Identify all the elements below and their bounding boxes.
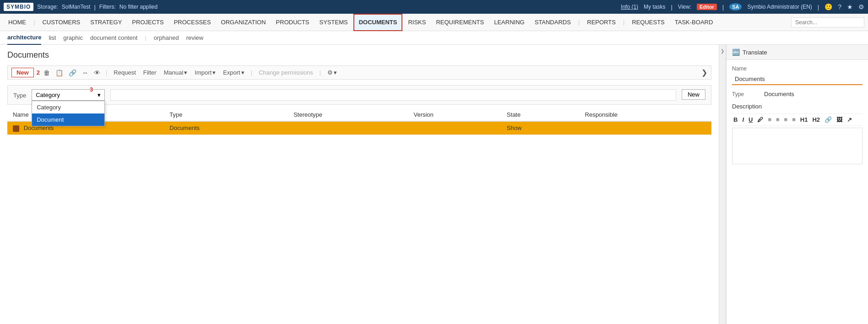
highlight-button[interactable]: 🖊 (756, 116, 765, 124)
content-area: Documents New 2 🗑 📋 🔗 ↔ 👁 | Request Filt… (0, 45, 868, 324)
table-header: Name Type Stereotype Version State Respo… (7, 108, 711, 121)
nav-item-projects[interactable]: PROJECTS (127, 14, 168, 31)
nav-item-systems[interactable]: SYSTEMS (315, 14, 353, 31)
help-icon[interactable]: ? (838, 3, 841, 11)
nav-item-strategy[interactable]: STRATEGY (86, 14, 126, 31)
request-button[interactable]: Request (111, 68, 138, 77)
right-panel-body: Name Documents Type Documents Descriptio… (727, 60, 868, 170)
table-row[interactable]: Documents Documents Show (7, 121, 711, 135)
cell-state: Show (501, 121, 580, 135)
page-title: Documents (7, 50, 711, 60)
table-body: Documents Documents Show (7, 121, 711, 135)
sub-nav-architecture[interactable]: architecture (7, 31, 41, 45)
nav-item-risks[interactable]: RISKS (403, 14, 430, 31)
new-item-submit-button[interactable]: New (682, 89, 705, 100)
import-button[interactable]: Import ▾ (192, 68, 218, 77)
new-button[interactable]: New (11, 68, 34, 77)
export-button[interactable]: Export ▾ (220, 68, 247, 77)
option-document[interactable]: Document (32, 113, 104, 126)
nav-item-products[interactable]: PRODUCTS (271, 14, 314, 31)
filter-value: No filter applied (119, 4, 157, 10)
panel-collapse-icon[interactable]: ❯ (721, 49, 724, 54)
star-icon[interactable]: ★ (847, 3, 853, 11)
nav-item-customers[interactable]: CUSTOMERS (38, 14, 85, 31)
sub-nav-orphaned[interactable]: orphaned (154, 31, 179, 45)
link-icon-btn[interactable]: 🔗 (67, 68, 78, 77)
separator: | (94, 4, 95, 11)
outdent-button[interactable]: ≡ (791, 116, 797, 124)
sa-badge: SA (729, 3, 742, 11)
info-link[interactable]: Info (1) (621, 4, 638, 10)
nav-item-reports[interactable]: REPORTS (582, 14, 620, 31)
row-icon (13, 125, 19, 132)
new-item-form: Type Category ▾ Category Document New (7, 85, 711, 105)
h1-button[interactable]: H1 (799, 116, 809, 124)
expand-button[interactable]: ↗ (846, 116, 853, 124)
bold-button[interactable]: B (732, 116, 739, 124)
col-state: State (501, 108, 580, 121)
sub-nav-review[interactable]: review (186, 31, 204, 45)
nav-item-taskboard[interactable]: TASK-BOARD (670, 14, 718, 31)
editor-badge[interactable]: Editor (697, 4, 717, 10)
my-tasks-link[interactable]: My tasks (644, 4, 665, 10)
smiley-icon[interactable]: 🙂 (825, 3, 832, 11)
nav-item-documents[interactable]: DOCUMENTS (353, 14, 403, 31)
ul-button[interactable]: ≡ (766, 116, 773, 124)
italic-button[interactable]: I (741, 116, 745, 124)
nav-item-requests[interactable]: REQUESTS (627, 14, 669, 31)
top-bar: SYMBIO Storage: SolManTest | Filters: No… (0, 0, 868, 14)
right-panel-title: Translate (743, 49, 767, 56)
new-item-name-input[interactable] (110, 89, 676, 101)
name-field-value[interactable]: Documents (732, 74, 863, 85)
filter-label: Filters: (99, 4, 116, 10)
description-content[interactable] (732, 128, 863, 164)
filter-button[interactable]: Filter (141, 68, 159, 77)
translate-icon: 🔤 (732, 49, 740, 56)
type-dropdown[interactable]: Category ▾ (32, 89, 105, 101)
description-label: Description (732, 103, 863, 110)
h2-button[interactable]: H2 (811, 116, 821, 124)
move-icon-btn[interactable]: ↔ (80, 68, 90, 77)
main-panel: Documents New 2 🗑 📋 🔗 ↔ 👁 | Request Filt… (0, 45, 719, 324)
type-dropdown-value: Category (36, 92, 60, 98)
underline-button[interactable]: U (747, 116, 754, 124)
panel-divider[interactable]: ❯ (719, 45, 726, 324)
storage-label: Storage: (37, 4, 58, 10)
manual-button[interactable]: Manual ▾ (161, 68, 190, 77)
nav-item-organization[interactable]: ORGANIZATION (217, 14, 271, 31)
sub-nav-graphic[interactable]: graphic (63, 31, 83, 45)
option-category[interactable]: Category (32, 101, 104, 113)
nav-item-standards[interactable]: STANDARDS (530, 14, 575, 31)
data-table: Name Type Stereotype Version State Respo… (7, 108, 711, 135)
annotation-3: 3 (90, 86, 93, 93)
nav-item-processes[interactable]: PROCESSES (169, 14, 216, 31)
ol-button[interactable]: ≡ (775, 116, 781, 124)
delete-icon-btn[interactable]: 🗑 (42, 68, 52, 77)
indent-button[interactable]: ≡ (783, 116, 789, 124)
sub-nav-document-content[interactable]: document content (90, 31, 137, 45)
nav-item-learning[interactable]: LEARNING (489, 14, 529, 31)
expand-icon[interactable]: ❯ (701, 68, 707, 77)
nav-item-home[interactable]: HOME (4, 14, 31, 31)
right-panel-header: 🔤 Translate (727, 45, 868, 60)
search-input[interactable] (791, 17, 864, 27)
toolbar: New 2 🗑 📋 🔗 ↔ 👁 | Request Filter Manual … (7, 65, 711, 80)
link-button[interactable]: 🔗 (823, 116, 833, 124)
storage-name: SolManTest (62, 4, 91, 10)
settings-icon[interactable]: ⚙ (858, 3, 864, 11)
copy-icon-btn[interactable]: 📋 (54, 68, 65, 77)
visibility-icon-btn[interactable]: 👁 (92, 68, 102, 77)
name-field-label: Name (732, 65, 863, 72)
nav-bar: HOME | CUSTOMERS STRATEGY PROJECTS PROCE… (0, 14, 868, 31)
description-toolbar: B I U 🖊 ≡ ≡ ≡ ≡ H1 H2 🔗 🖼 ↗ (732, 113, 863, 126)
type-field-row: Type Documents (732, 91, 863, 97)
top-sep2: | (722, 4, 724, 11)
nav-item-requirements[interactable]: REQUIREMENTS (431, 14, 488, 31)
col-responsible: Responsible (580, 108, 711, 121)
cell-type: Documents (164, 121, 288, 135)
sub-nav-list[interactable]: list (49, 31, 56, 45)
col-version: Version (408, 108, 501, 121)
image-button[interactable]: 🖼 (835, 116, 844, 124)
settings-dropdown-button[interactable]: ⚙ ▾ (325, 68, 340, 77)
change-permissions-button[interactable]: Change permissions (256, 68, 316, 77)
